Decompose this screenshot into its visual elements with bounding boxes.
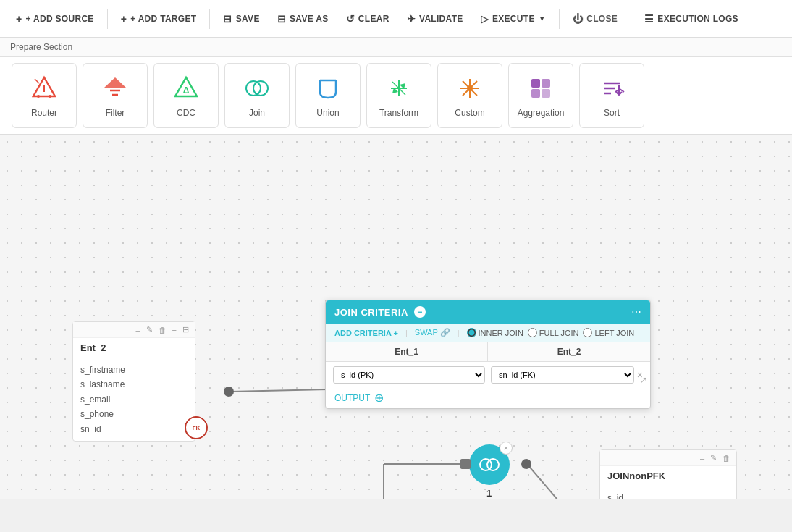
- panel-resize-icon[interactable]: ⋯: [631, 306, 641, 318]
- validate-icon: ✈: [407, 13, 416, 25]
- field-row: s_lastname: [80, 377, 188, 392]
- join-panel-header: JOIN CRITERIA − ⋯: [326, 300, 650, 324]
- right-field-select[interactable]: sn_id (FK): [491, 366, 634, 384]
- svg-text:Δ: Δ: [183, 85, 190, 96]
- delete-icon[interactable]: 🗑: [721, 453, 732, 463]
- clear-button[interactable]: ↺ CLEAR: [339, 9, 397, 29]
- cdc-label: CDC: [177, 108, 195, 118]
- expand-icon[interactable]: ↗: [640, 375, 647, 385]
- sort-label: Sort: [604, 108, 620, 118]
- svg-rect-25: [531, 89, 540, 98]
- palette-item-cdc[interactable]: Δ CDC: [153, 63, 219, 128]
- left-join-option[interactable]: LEFT JOIN: [583, 328, 634, 337]
- config-icon[interactable]: ⊟: [181, 324, 190, 335]
- join-icon: [242, 73, 272, 104]
- join-left-connector[interactable]: [460, 459, 471, 469]
- minus-icon[interactable]: –: [699, 453, 706, 463]
- palette-item-filter[interactable]: Filter: [83, 63, 148, 128]
- join-node-number: 1: [486, 488, 492, 499]
- palette-item-join[interactable]: Join: [224, 63, 290, 128]
- svg-point-2: [37, 95, 40, 98]
- pencil-icon[interactable]: ✎: [709, 452, 718, 463]
- save-as-button[interactable]: ⊟ SAVE AS: [270, 9, 336, 29]
- svg-point-22: [467, 85, 473, 91]
- add-criteria-button[interactable]: ADD CRITERIA +: [334, 329, 398, 337]
- logs-icon: ☰: [644, 13, 654, 25]
- add-target-button[interactable]: + + ADD TARGET: [114, 9, 204, 29]
- palette-item-router[interactable]: Router: [12, 63, 77, 128]
- palette: Router Filter Δ CDC Join: [0, 57, 792, 135]
- svg-point-3: [49, 95, 51, 98]
- add-source-icon: +: [16, 13, 22, 25]
- aggregation-label: Aggregation: [518, 108, 565, 118]
- filter-icon: [100, 73, 130, 104]
- palette-item-custom[interactable]: Custom: [437, 63, 502, 128]
- aggregation-icon: [526, 73, 556, 104]
- router-icon: [29, 73, 59, 104]
- field-row: s_phone: [80, 407, 188, 421]
- save-as-icon: ⊟: [277, 13, 286, 25]
- palette-item-sort[interactable]: Sort: [579, 63, 644, 128]
- save-icon: ⊟: [223, 13, 232, 25]
- col2-header: Ent_2: [488, 342, 650, 361]
- divider: [209, 9, 210, 29]
- join-criteria-panel: JOIN CRITERIA − ⋯ ADD CRITERIA + | SWAP …: [325, 300, 651, 409]
- execute-dropdown-icon: ▼: [539, 14, 546, 22]
- full-join-option[interactable]: FULL JOIN: [528, 328, 579, 337]
- ent2-connector[interactable]: [224, 387, 234, 397]
- swap-button[interactable]: SWAP 🔗: [415, 328, 450, 337]
- validate-button[interactable]: ✈ VALIDATE: [400, 9, 471, 29]
- fk-badge: FK: [185, 416, 208, 439]
- joinnonpfk-node: – ✎ 🗑 JOINnonPFK s_id s_firstname s_last…: [599, 449, 737, 499]
- router-label: Router: [31, 108, 57, 118]
- joinnonpfk-title: JOINnonPFK: [600, 466, 736, 486]
- output-add-icon[interactable]: ⊕: [374, 392, 384, 404]
- list-icon[interactable]: ≡: [171, 325, 178, 335]
- clear-icon: ↺: [346, 13, 355, 25]
- union-icon: [313, 73, 343, 104]
- inner-join-option[interactable]: INNER JOIN: [467, 328, 523, 337]
- filter-label: Filter: [106, 108, 125, 118]
- svg-rect-23: [531, 79, 540, 88]
- edit-icon[interactable]: –: [134, 325, 141, 335]
- execute-button[interactable]: ▷ EXECUTE ▼: [473, 9, 553, 29]
- output-section: OUTPUT ⊕: [326, 388, 650, 408]
- joinnonpfk-fields: s_id s_firstname s_lastname s_email s_fi…: [600, 486, 736, 499]
- cdc-icon: Δ: [171, 73, 201, 104]
- minus-circle-icon[interactable]: −: [414, 306, 426, 318]
- joinnonpfk-toolbar: – ✎ 🗑: [600, 450, 736, 466]
- svg-line-31: [230, 389, 328, 392]
- save-button[interactable]: ⊟ SAVE: [216, 9, 266, 29]
- join-right-connector[interactable]: [521, 459, 531, 469]
- svg-line-4: [35, 79, 39, 83]
- palette-item-transform[interactable]: Transform: [366, 63, 431, 128]
- palette-item-aggregation[interactable]: Aggregation: [508, 63, 573, 128]
- join-column-headers: Ent_1 Ent_2: [326, 342, 650, 362]
- output-label: OUTPUT: [334, 393, 370, 403]
- col1-header: Ent_1: [326, 342, 488, 361]
- delete-icon[interactable]: 🗑: [157, 325, 168, 335]
- close-button[interactable]: ⏻ CLOSE: [565, 9, 625, 29]
- join-label: Join: [249, 108, 265, 118]
- canvas: – ✎ 🗑 ≡ ⊟ Ent_2 s_firstname s_lastname s…: [0, 135, 792, 499]
- palette-item-union[interactable]: Union: [295, 63, 361, 128]
- join-node-icon: [478, 453, 501, 476]
- sort-icon: [597, 73, 627, 104]
- section-header: Prepare Section: [0, 38, 792, 57]
- svg-rect-26: [542, 89, 550, 98]
- ent2-fields: s_firstname s_lastname s_email s_phone s…: [73, 358, 195, 441]
- svg-point-37: [487, 459, 499, 470]
- field-row: s_id: [607, 491, 729, 499]
- execution-logs-button[interactable]: ☰ EXECUTION LOGS: [637, 9, 746, 29]
- pencil-icon[interactable]: ✎: [145, 324, 154, 335]
- join-criteria-row-container: s_id (PK) sn_id (FK) × ↗: [326, 362, 650, 388]
- join-type-radio-group: INNER JOIN FULL JOIN LEFT JOIN: [467, 328, 635, 337]
- divider: [107, 9, 108, 29]
- left-field-select[interactable]: s_id (PK): [333, 366, 485, 384]
- join-criteria-title: JOIN CRITERIA: [334, 307, 408, 318]
- svg-line-35: [527, 464, 604, 499]
- join-node-close-button[interactable]: ×: [500, 442, 513, 455]
- ent2-title: Ent_2: [73, 338, 195, 358]
- toolbar: + + ADD SOURCE + + ADD TARGET ⊟ SAVE ⊟ S…: [0, 0, 792, 38]
- add-source-button[interactable]: + + ADD SOURCE: [9, 9, 101, 29]
